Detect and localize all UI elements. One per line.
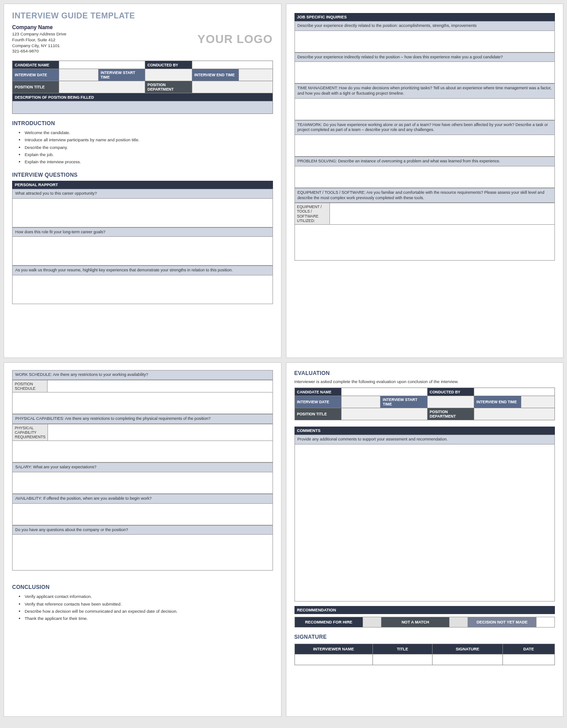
p3-q2: PHYSICAL CAPABILITIES: Are there any res… bbox=[12, 414, 273, 424]
p3-a3[interactable] bbox=[12, 472, 273, 494]
sig-date[interactable] bbox=[502, 654, 554, 665]
company-name: Company Name bbox=[12, 24, 66, 31]
job-a6[interactable] bbox=[294, 225, 555, 261]
e-lbl-candidate: CANDIDATE NAME bbox=[294, 388, 341, 396]
page-4: EVALUATION Interviewer is asked complete… bbox=[286, 362, 564, 717]
p3-q1-table: POSITION SCHEDULE bbox=[12, 380, 273, 392]
rec-nomatch: NOT A MATCH bbox=[381, 617, 449, 627]
val-conducted[interactable] bbox=[192, 61, 273, 69]
sig-c1: INTERVIEWER NAME bbox=[294, 644, 372, 654]
rapport-a1[interactable] bbox=[12, 199, 273, 227]
job-a4[interactable] bbox=[294, 135, 555, 157]
addr-2: Fourth Floor, Suite 412 bbox=[12, 37, 66, 43]
intro-item: Explain the interview process. bbox=[25, 158, 273, 166]
lbl-date: INTERVIEW DATE bbox=[13, 69, 59, 81]
page-2: JOB SPECIFIC INQUIRIES Describe your exp… bbox=[286, 4, 564, 358]
val-end[interactable] bbox=[239, 69, 273, 81]
lbl-pdept: POSITION DEPARTMENT bbox=[145, 81, 192, 93]
rapport-q1: What attracted you to this career opport… bbox=[12, 189, 273, 199]
phone: 321-654-9870 bbox=[12, 48, 66, 54]
job-q1: Describe your experience directly relate… bbox=[294, 21, 555, 31]
e-lbl-pdept: POSITION DEPARTMENT bbox=[427, 408, 474, 420]
p3-q1: WORK SCHEDULE: Are there any restriction… bbox=[12, 370, 273, 380]
e-lbl-date: INTERVIEW DATE bbox=[294, 396, 341, 408]
rec-hire-chk[interactable] bbox=[363, 617, 381, 627]
concl-heading: CONCLUSION bbox=[12, 584, 273, 590]
lbl-start: INTERVIEW START TIME bbox=[98, 69, 145, 81]
rec-bar: RECOMMENDATION bbox=[294, 606, 555, 614]
lbl-conducted: CONDUCTED BY bbox=[145, 61, 192, 69]
sig-sig[interactable] bbox=[433, 654, 503, 665]
intro-heading: INTRODUCTION bbox=[12, 120, 273, 126]
e-val-date[interactable] bbox=[341, 396, 380, 408]
concl-item: Verify applicant contact information. bbox=[25, 593, 273, 600]
job-q6: EQUIPMENT / TOOLS / SOFTWARE: Are you fa… bbox=[294, 188, 555, 203]
job-q4: TEAMWORK: Do you have experience working… bbox=[294, 120, 555, 135]
e-lbl-conducted: CONDUCTED BY bbox=[427, 388, 474, 396]
intro-list: Welcome the candidate. Introduce all int… bbox=[12, 129, 273, 166]
rapport-a3[interactable] bbox=[12, 275, 273, 304]
comments-box[interactable] bbox=[294, 445, 555, 602]
e-val-start[interactable] bbox=[427, 396, 474, 408]
p3-q1-side: POSITION SCHEDULE bbox=[13, 380, 48, 392]
rapport-a2[interactable] bbox=[12, 237, 273, 266]
p3-q2-sideval[interactable] bbox=[48, 424, 273, 441]
p3-q1-sideval[interactable] bbox=[48, 380, 273, 392]
val-desc[interactable] bbox=[13, 101, 273, 114]
rec-hire: RECOMMEND FOR HIRE bbox=[294, 617, 363, 627]
rec-undecided: DECISION NOT YET MADE bbox=[468, 617, 536, 627]
e-val-pdept[interactable] bbox=[474, 408, 555, 420]
rapport-q3: As you walk us through your resume, high… bbox=[12, 266, 273, 275]
job-q6-table: EQUIPMENT / TOOLS / SOFTWARE UTILIZED: bbox=[294, 203, 555, 225]
lbl-ptitle: POSITION TITLE bbox=[13, 81, 59, 93]
sig-c2: TITLE bbox=[372, 644, 433, 654]
job-a5[interactable] bbox=[294, 166, 555, 188]
job-q6-sideval[interactable] bbox=[329, 203, 555, 225]
p3-a2[interactable] bbox=[12, 441, 273, 462]
e-val-candidate[interactable] bbox=[341, 388, 427, 396]
candidate-info-table: CANDIDATE NAME CONDUCTED BY INTERVIEW DA… bbox=[12, 61, 273, 114]
p3-a5[interactable] bbox=[12, 535, 273, 571]
rec-table: RECOMMEND FOR HIRE NOT A MATCH DECISION … bbox=[294, 617, 555, 628]
e-lbl-start: INTERVIEW START TIME bbox=[381, 396, 427, 408]
intro-item: Welcome the candidate. bbox=[25, 129, 273, 136]
addr-3: Company City, NY 11101 bbox=[12, 43, 66, 49]
val-ptitle[interactable] bbox=[59, 81, 145, 93]
page-1: INTERVIEW GUIDE TEMPLATE Company Name 12… bbox=[4, 4, 281, 358]
rec-undecided-chk[interactable] bbox=[536, 617, 554, 627]
p3-q3: SALARY: What are your salary expectation… bbox=[12, 462, 273, 472]
p3-q5: Do you have any questions about the comp… bbox=[12, 525, 273, 535]
sig-c4: DATE bbox=[502, 644, 554, 654]
intro-item: Explain the job. bbox=[25, 151, 273, 158]
e-val-end[interactable] bbox=[521, 396, 555, 408]
eval-heading: EVALUATION bbox=[294, 370, 555, 376]
eval-info-table: CANDIDATE NAME CONDUCTED BY INTERVIEW DA… bbox=[294, 388, 555, 420]
e-lbl-ptitle: POSITION TITLE bbox=[294, 408, 341, 420]
sig-name[interactable] bbox=[294, 654, 372, 665]
rapport-bar: PERSONAL RAPPORT bbox=[12, 181, 273, 189]
job-q6-side: EQUIPMENT / TOOLS / SOFTWARE UTILIZED: bbox=[294, 203, 329, 225]
job-a2[interactable] bbox=[294, 62, 555, 83]
concl-list: Verify applicant contact information. Ve… bbox=[12, 593, 273, 622]
logo-placeholder: YOUR LOGO bbox=[198, 32, 273, 46]
lbl-desc: DESCRIPTION OF POSITION BEING FILLED bbox=[13, 93, 273, 101]
doc-title: INTERVIEW GUIDE TEMPLATE bbox=[12, 11, 273, 21]
rec-nomatch-chk[interactable] bbox=[450, 617, 468, 627]
p3-q2-side: PHYSICAL CAPABILITY REQUIREMENTS bbox=[13, 424, 48, 441]
val-date[interactable] bbox=[59, 69, 98, 81]
intro-item: Describe the company. bbox=[25, 144, 273, 151]
p3-a1[interactable] bbox=[12, 392, 273, 414]
val-start[interactable] bbox=[145, 69, 192, 81]
val-candidate[interactable] bbox=[59, 61, 145, 69]
comments-q: Provide any additional comments to suppo… bbox=[294, 435, 555, 445]
job-a3[interactable] bbox=[294, 99, 555, 120]
job-a1[interactable] bbox=[294, 31, 555, 52]
val-pdept[interactable] bbox=[192, 81, 273, 93]
e-val-ptitle[interactable] bbox=[341, 408, 427, 420]
comments-bar: COMMENTS bbox=[294, 427, 555, 435]
job-q3: TIME MANAGEMENT: How do you make decisio… bbox=[294, 83, 555, 98]
concl-item: Verify that reference contacts have been… bbox=[25, 601, 273, 608]
sig-title[interactable] bbox=[372, 654, 433, 665]
p3-a4[interactable] bbox=[12, 504, 273, 525]
e-val-conducted[interactable] bbox=[474, 388, 555, 396]
